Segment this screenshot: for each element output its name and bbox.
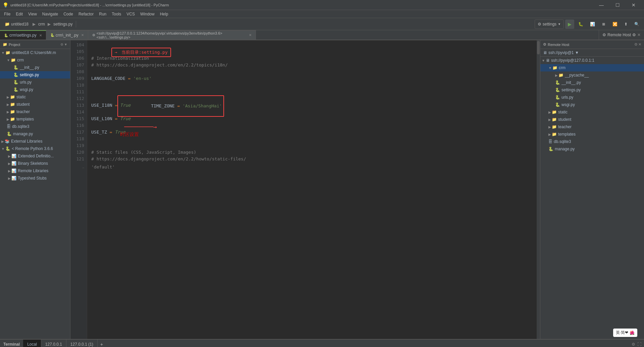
project-selector[interactable]: 📁 untitled18 bbox=[2, 19, 31, 29]
folder-icon-ext-def: 📊 bbox=[11, 154, 16, 158]
tab-close-ssh[interactable]: ✕ bbox=[249, 33, 252, 37]
tree-item-templates[interactable]: ▶ 📁 templates bbox=[0, 115, 70, 123]
rs-tree-item-rs-static[interactable]: ▶ 📁 static bbox=[540, 108, 644, 116]
remote-host-settings-icon[interactable]: ⚙ bbox=[632, 33, 636, 37]
tree-item-remote-libs[interactable]: ▶ 📊 Remote Libraries bbox=[0, 167, 70, 175]
menu-item-view[interactable]: View bbox=[25, 10, 40, 18]
tree-item-binary-skel[interactable]: ▶ 📊 Binary Skeletons bbox=[0, 160, 70, 167]
watermark-decoration: 🌺 bbox=[630, 331, 635, 335]
tree-item-db-sqlite[interactable]: 🗄 db.sqlite3 bbox=[0, 123, 70, 130]
expand-arrow-binary-skel: ▶ bbox=[8, 162, 11, 165]
rs-tree-item-rs-templates[interactable]: ▶ 📁 templates bbox=[540, 131, 644, 138]
menu-item-code[interactable]: Code bbox=[61, 10, 76, 18]
tab-settings-py[interactable]: 🐍 crm\settings.py ✕ bbox=[0, 30, 46, 40]
code-line-117: USE_TZ = True bbox=[91, 129, 533, 136]
expand-arrow-teacher: ▶ bbox=[7, 110, 9, 114]
tree-item-typeshed[interactable]: ▶ 📊 Typeshed Stubs bbox=[0, 175, 70, 182]
terminal-tab-local[interactable]: Local bbox=[23, 340, 41, 347]
run-with-coverage-button[interactable]: 📊 bbox=[587, 19, 598, 29]
rs-tree-item-rs-wsgi[interactable]: 🐍 wsgi.py bbox=[540, 101, 644, 108]
label-rs-static: static bbox=[558, 110, 568, 114]
remote-tree: ▼ 🖥 ssh://pyvip@127.0.0.1:1 ▼ 📁 crm ▶ 📁 … bbox=[540, 57, 644, 339]
search-everywhere-button[interactable]: 🔍 bbox=[632, 19, 642, 29]
project-label: untitled18 bbox=[11, 22, 29, 27]
menu-item-navigate[interactable]: Navigate bbox=[40, 10, 61, 18]
tree-item-wsgi-py[interactable]: 🐍 wsgi.py bbox=[0, 86, 70, 93]
tree-item-manage-py[interactable]: 🐍 manage.py bbox=[0, 130, 70, 138]
file-icon-rs-manage: 🐍 bbox=[548, 147, 553, 151]
label-rs-templates: templates bbox=[558, 132, 576, 137]
connection-selector[interactable]: 🖥 ssh://pyvip@1 ▼ bbox=[540, 49, 644, 57]
stop-button[interactable]: ⏹ bbox=[599, 19, 608, 29]
remote-host-close-icon[interactable]: ✕ bbox=[637, 33, 641, 37]
tree-item-teacher[interactable]: ▶ 📁 teacher bbox=[0, 108, 70, 115]
terminal-tab-2[interactable]: 127.0.0.1 (1) bbox=[66, 340, 98, 347]
folder-icon-rs-student: 📁 bbox=[552, 117, 557, 122]
tree-item-init-py[interactable]: 🐍 __init__.py bbox=[0, 64, 70, 71]
rs-tree-item-rs-urls[interactable]: 🐍 urls.py bbox=[540, 94, 644, 101]
tree-item-static[interactable]: ▶ 📁 static bbox=[0, 93, 70, 101]
menu-item-vcs[interactable]: VCS bbox=[124, 10, 138, 18]
rs-tree-item-rs-manage[interactable]: 🐍 manage.py bbox=[540, 145, 644, 153]
add-terminal-button[interactable]: + bbox=[98, 342, 106, 347]
scroll-thumb[interactable] bbox=[537, 41, 540, 54]
menu-item-edit[interactable]: Edit bbox=[13, 10, 25, 18]
minimize-button[interactable]: — bbox=[594, 0, 609, 10]
menu-item-refactor[interactable]: Refactor bbox=[76, 10, 96, 18]
config-selector[interactable]: ⚙ settings ▼ bbox=[535, 19, 564, 29]
tab-icon-ssh: ⚙ bbox=[92, 33, 95, 37]
menu-item-help[interactable]: Help bbox=[157, 10, 171, 18]
tree-item-student[interactable]: ▶ 📁 student bbox=[0, 101, 70, 108]
debug-button[interactable]: 🐛 bbox=[576, 19, 586, 29]
tree-item-remote-python[interactable]: ▼ 🐍 < Remote Python 3.6.6 bbox=[0, 145, 70, 152]
label-static: static bbox=[16, 95, 26, 99]
project-sync-icon[interactable]: ⚙ bbox=[60, 43, 63, 46]
close-button[interactable]: ✕ bbox=[626, 0, 641, 10]
rs-tree-item-rs-db[interactable]: 🗄 db.sqlite3 bbox=[540, 138, 644, 145]
tree-item-ext-def[interactable]: ▶ 📊 Extended Definitio... bbox=[0, 152, 70, 160]
code-area[interactable]: → 当前目录:setting.py # Internationalization… bbox=[87, 40, 537, 339]
tree-item-ext-libs[interactable]: ▶ 📚 External Libraries bbox=[0, 138, 70, 145]
menu-item-file[interactable]: File bbox=[1, 10, 13, 18]
menu-item-run[interactable]: Run bbox=[96, 10, 109, 18]
menu-item-window[interactable]: Window bbox=[138, 10, 157, 18]
terminal-expand-icon[interactable]: ⛶ bbox=[637, 342, 641, 347]
rs-tree-item-rs-teacher[interactable]: ▶ 📁 teacher bbox=[540, 123, 644, 131]
label-db-sqlite: db.sqlite3 bbox=[12, 124, 29, 129]
rs-tree-item-ssh-root[interactable]: ▼ 🖥 ssh://pyvip@127.0.0.1:1 bbox=[540, 57, 644, 64]
rs-tree-item-pycache[interactable]: ▶ 📁 __pycache__ bbox=[540, 71, 644, 79]
rs-tree-item-rs-settings[interactable]: 🐍 settings.py bbox=[540, 86, 644, 94]
terminal-settings-icon[interactable]: ⚙ bbox=[632, 342, 635, 347]
rs-tree-item-rs-init[interactable]: 🐍 __init__.py bbox=[540, 79, 644, 86]
update-button[interactable]: ⬆ bbox=[622, 19, 630, 29]
project-gear-icon[interactable]: ▼ bbox=[64, 43, 67, 46]
tab-init-py[interactable]: 🐍 crm\_init_.py ✕ bbox=[46, 30, 88, 40]
tree-item-untitled18[interactable]: ▼ 📁 untitled18 C:\Users\Mr.m bbox=[0, 49, 70, 56]
editor-content[interactable]: 104 105 106 107 108 109 110 111 112 113 … bbox=[70, 40, 540, 339]
folder-icon-rs-static: 📁 bbox=[552, 110, 557, 114]
vcs-button[interactable]: 🔀 bbox=[610, 19, 620, 29]
tab-close-settings[interactable]: ✕ bbox=[39, 34, 42, 37]
terminal-tab-1[interactable]: 127.0.0.1 bbox=[41, 340, 66, 347]
label-rs-teacher: teacher bbox=[558, 125, 572, 129]
tree-item-settings-py[interactable]: 🐍 settings.py bbox=[0, 71, 70, 79]
term-tab-local-label: Local bbox=[27, 342, 37, 347]
remote-host-label: Remote Host bbox=[607, 33, 631, 37]
editor-scrollbar[interactable] bbox=[537, 40, 540, 339]
tab-icon-init: 🐍 bbox=[50, 33, 54, 37]
remote-host-close-icon2[interactable]: ✕ bbox=[638, 42, 641, 47]
config-label: settings bbox=[543, 22, 556, 27]
maximize-button[interactable]: ☐ bbox=[610, 0, 625, 10]
rs-tree-item-crm[interactable]: ▼ 📁 crm bbox=[540, 64, 644, 71]
run-button[interactable]: ▶ bbox=[565, 19, 574, 29]
code-editor[interactable]: 104 105 106 107 108 109 110 111 112 113 … bbox=[70, 40, 540, 339]
tab-label-ssh: <ssh://pyvip@127.0.0.1:1234/home/pyvip/.… bbox=[97, 31, 246, 39]
menu-item-tools[interactable]: Tools bbox=[109, 10, 124, 18]
tree-item-crm[interactable]: ▼ 📁 crm bbox=[0, 56, 70, 64]
rs-tree-item-rs-student[interactable]: ▶ 📁 student bbox=[540, 116, 644, 123]
expand-arrow-ext-def: ▶ bbox=[8, 154, 11, 158]
tab-ssh[interactable]: ⚙ <ssh://pyvip@127.0.0.1:1234/home/pyvip… bbox=[88, 30, 256, 40]
remote-host-gear-icon[interactable]: ⚙ bbox=[634, 42, 638, 47]
tree-item-urls-py[interactable]: 🐍 urls.py bbox=[0, 79, 70, 86]
tab-close-init[interactable]: ✕ bbox=[81, 33, 84, 37]
